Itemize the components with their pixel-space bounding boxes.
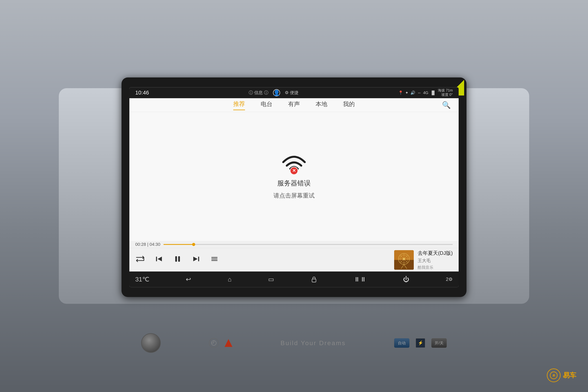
logo-text: 易车 — [563, 371, 576, 380]
pause-button[interactable] — [173, 254, 182, 265]
status-nav: ⓘ 信息 ⓘ 👤 ⚙ 便捷 — [249, 89, 298, 96]
signal-bars: ▐▌ — [430, 90, 436, 95]
logo-area: 易 易车 — [547, 368, 576, 382]
song-title: 去年夏天(DJ版) — [418, 250, 453, 256]
altitude-info: 海拔 71m 坡度 0° — [438, 88, 453, 97]
main-content[interactable]: ✕ 服务器错误 请点击屏幕重试 — [129, 112, 459, 241]
player-bar: 00:28 | 04:30 — [129, 241, 459, 272]
screen-bezel: 10:46 ⓘ 信息 ⓘ 👤 ⚙ 便捷 📍 — [122, 78, 466, 297]
media-pause-button[interactable]: ⏸⏸ — [354, 276, 366, 283]
steering-icon — [211, 340, 217, 346]
error-x-icon: ✕ — [292, 168, 296, 173]
playlist-button[interactable] — [210, 254, 219, 265]
svg-rect-5 — [198, 256, 199, 261]
tab-local[interactable]: 本地 — [316, 100, 327, 110]
tab-bar: 推荐 电台 有声 本地 我的 🔍 — [129, 98, 459, 112]
physical-controls: Build Your Dreams 自动 ⚡ 开/关 — [122, 333, 466, 353]
tab-radio[interactable]: 电台 — [261, 100, 272, 110]
rotary-knob-left[interactable] — [141, 333, 161, 353]
hazard-icon[interactable] — [224, 339, 232, 347]
right-controls: 自动 ⚡ 开/关 — [394, 338, 447, 348]
progress-bar-container[interactable]: 00:28 | 04:30 — [129, 241, 459, 248]
album-art-svg — [394, 250, 414, 270]
next-button[interactable] — [192, 254, 200, 265]
progress-track[interactable] — [164, 244, 453, 245]
slope-text: 坡度 0° — [442, 93, 453, 97]
tab-mine[interactable]: 我的 — [343, 100, 355, 110]
progress-fill — [164, 244, 194, 245]
auto-label: 自动 — [398, 340, 406, 346]
progress-thumb — [192, 243, 195, 246]
recents-button[interactable]: ▭ — [268, 276, 274, 283]
lte-icon: 4G — [423, 90, 428, 95]
temperature-display: 31℃ — [135, 276, 149, 283]
location-icon: 📍 — [398, 90, 403, 95]
nav-user[interactable]: 👤 — [273, 89, 280, 96]
wifi-toggle-icon: ⚡ — [418, 340, 423, 346]
repeat-button[interactable] — [135, 254, 145, 265]
wifi-toggle-button[interactable]: ⚡ — [416, 338, 425, 348]
prev-button[interactable] — [155, 254, 164, 265]
player-controls-row: 去年夏天(DJ版) 王大毛 酷我音乐 — [129, 248, 459, 272]
info-icon2: ⓘ — [264, 90, 268, 96]
album-art-section: 去年夏天(DJ版) 王大毛 酷我音乐 — [394, 250, 453, 270]
album-art-visual — [394, 250, 414, 270]
bluetooth-icon: ✦ — [405, 90, 408, 95]
nav-quick[interactable]: ⚙ 便捷 — [285, 90, 298, 96]
search-icon[interactable]: 🔍 — [442, 101, 451, 109]
info-label: 信息 — [254, 90, 263, 96]
brand-text: Build Your Dreams — [280, 340, 346, 347]
wifi-error-icon: ✕ — [280, 153, 308, 175]
power-button[interactable]: ⏻ — [403, 276, 409, 283]
time-display: 00:28 | 04:30 — [135, 242, 160, 247]
auto-button[interactable]: 自动 — [394, 338, 410, 348]
logo-icon: 易 — [550, 371, 558, 380]
altitude-text: 海拔 71m — [438, 88, 453, 93]
svg-rect-4 — [178, 256, 180, 262]
car-interior: 10:46 ⓘ 信息 ⓘ 👤 ⚙ 便捷 📍 — [0, 0, 588, 392]
onoff-button[interactable]: 开/关 — [431, 338, 447, 348]
svg-marker-2 — [158, 256, 162, 261]
svg-rect-21 — [312, 279, 316, 282]
status-right: 📍 ✦ 🔊 ↔ 4G ▐▌ 海拔 71m 坡度 0° — [398, 88, 453, 97]
error-subtitle: 请点击屏幕重试 — [274, 192, 314, 200]
status-time: 10:46 — [135, 90, 149, 96]
status-bar: 10:46 ⓘ 信息 ⓘ 👤 ⚙ 便捷 📍 — [129, 87, 459, 98]
song-artist: 王大毛 — [418, 258, 453, 264]
svg-marker-6 — [193, 256, 198, 261]
tab-audio[interactable]: 有声 — [288, 100, 300, 110]
nav-info[interactable]: ⓘ 信息 ⓘ — [249, 90, 268, 96]
info-icon: ⓘ — [249, 90, 253, 96]
lock-button[interactable] — [311, 276, 317, 283]
onoff-label: 开/关 — [434, 340, 444, 346]
volume-icon: 🔊 — [410, 90, 415, 95]
song-info: 去年夏天(DJ版) 王大毛 酷我音乐 — [418, 250, 453, 270]
home-button[interactable]: ⌂ — [228, 276, 232, 283]
logo-circle: 易 — [547, 368, 560, 382]
error-container[interactable]: ✕ 服务器错误 请点击屏幕重试 — [274, 153, 314, 200]
settings-button[interactable]: 2⚙ — [446, 276, 453, 282]
tab-recommended[interactable]: 推荐 — [233, 100, 245, 110]
system-bar: 31℃ ↩ ⌂ ▭ ⏸⏸ ⏻ 2⚙ — [129, 272, 459, 287]
error-title: 服务器错误 — [277, 179, 311, 188]
connect-icon: ↔ — [417, 90, 421, 95]
main-screen: 10:46 ⓘ 信息 ⓘ 👤 ⚙ 便捷 📍 — [129, 87, 459, 287]
error-badge: ✕ — [290, 166, 298, 175]
controls-left — [135, 254, 394, 265]
back-button[interactable]: ↩ — [186, 276, 191, 283]
user-icon: 👤 — [273, 89, 280, 96]
quick-label: 便捷 — [290, 90, 298, 96]
svg-rect-3 — [175, 256, 177, 262]
svg-rect-1 — [156, 256, 157, 261]
svg-text:易: 易 — [552, 374, 555, 377]
gear-icon: ⚙ — [285, 90, 289, 95]
album-art — [394, 250, 414, 270]
song-platform: 酷我音乐 — [418, 265, 453, 270]
